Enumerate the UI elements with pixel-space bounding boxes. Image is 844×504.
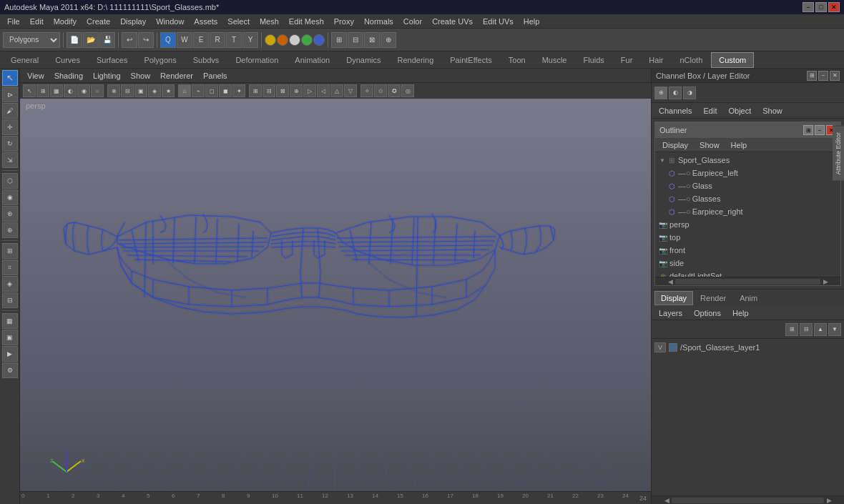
vp-icon-21[interactable]: ▷ xyxy=(303,84,316,97)
menu-edit[interactable]: Edit xyxy=(26,16,48,27)
menu-createuvs[interactable]: Create UVs xyxy=(428,16,477,27)
layers-scroll[interactable]: ◀ ▶ xyxy=(652,495,844,504)
layer-item-glasses[interactable]: V /Sport_Glasses_layer1 xyxy=(652,340,844,355)
tab-curves[interactable]: Curves xyxy=(47,52,88,68)
toolbar-btn-misc1[interactable]: ⊞ xyxy=(331,32,347,48)
tree-item-persp[interactable]: 📷 persp xyxy=(655,218,840,231)
vp-icon-13[interactable]: ⌁ xyxy=(192,84,205,97)
vp-icon-24[interactable]: ▽ xyxy=(344,84,357,97)
outliner-scrollbar[interactable]: ◀ ▶ xyxy=(655,277,840,285)
toolbar-btn-misc2[interactable]: ⊟ xyxy=(348,32,363,48)
vp-icon-18[interactable]: ⊟ xyxy=(262,84,275,97)
outliner-tree[interactable]: ▼ ⊞ Sport_Glasses ⬡ —○ Earpiece_left ⬡ —… xyxy=(655,152,840,277)
tab-fur[interactable]: Fur xyxy=(613,52,641,68)
layers-scroll-left[interactable]: ◀ xyxy=(662,497,672,504)
toolbar-btn-1[interactable]: Q xyxy=(160,32,176,48)
layer-icon-2[interactable]: ⊟ xyxy=(800,323,813,336)
channel-box-minimize[interactable]: − xyxy=(818,71,828,81)
toolbar-btn-5[interactable]: T xyxy=(226,32,242,48)
menu-mesh[interactable]: Mesh xyxy=(255,16,283,27)
ch-icon-2[interactable]: ◐ xyxy=(669,87,682,99)
maximize-button[interactable]: □ xyxy=(815,2,827,12)
tab-dynamics[interactable]: Dynamics xyxy=(338,52,388,68)
layers-list[interactable]: V /Sport_Glasses_layer1 xyxy=(652,339,844,495)
ch-tab-anim[interactable]: Anim xyxy=(733,291,764,305)
tree-item-glass[interactable]: ⬡ —○ Glass xyxy=(655,179,840,192)
tab-general[interactable]: General xyxy=(3,52,46,68)
channel-box-float[interactable]: ⊞ xyxy=(807,71,817,81)
toolbar-btn-new[interactable]: 📄 xyxy=(67,32,82,48)
outliner-minimize[interactable]: − xyxy=(815,125,825,135)
vp-icon-2[interactable]: ⊞ xyxy=(36,84,49,97)
tab-animation[interactable]: Animation xyxy=(287,52,338,68)
tree-item-defaultlightset[interactable]: ⊛ defaultLightSet xyxy=(655,270,840,277)
tab-painteffects[interactable]: PaintEffects xyxy=(442,52,500,68)
tree-item-top[interactable]: 📷 top xyxy=(655,231,840,244)
vp-icon-20[interactable]: ⊕ xyxy=(290,84,303,97)
ch-tab-display[interactable]: Display xyxy=(654,291,693,305)
vp-icon-8[interactable]: ⊟ xyxy=(121,84,134,97)
vp-icon-23[interactable]: △ xyxy=(330,84,343,97)
tab-muscle[interactable]: Muscle xyxy=(534,52,575,68)
tab-surfaces[interactable]: Surfaces xyxy=(89,52,135,68)
toolbar-btn-open[interactable]: 📂 xyxy=(83,32,99,48)
tool-lasso[interactable]: ⊳ xyxy=(2,87,18,102)
layers-scroll-right[interactable]: ▶ xyxy=(824,497,834,504)
vp-menu-view[interactable]: View xyxy=(23,70,49,81)
tree-item-front[interactable]: 📷 front xyxy=(655,244,840,257)
menu-modify[interactable]: Modify xyxy=(49,16,81,27)
render-btn-blue[interactable] xyxy=(313,34,325,46)
vp-icon-17[interactable]: ⊞ xyxy=(249,84,262,97)
workspace-dropdown[interactable]: Polygons xyxy=(3,32,60,48)
vp-icon-22[interactable]: ◁ xyxy=(317,84,330,97)
layer-icon-3[interactable]: ▲ xyxy=(814,323,827,336)
menu-create[interactable]: Create xyxy=(82,16,114,27)
tool-snap-curve[interactable]: ⌗ xyxy=(2,260,18,275)
toolbar-btn-6[interactable]: Y xyxy=(242,32,258,48)
tool-render-region[interactable]: ▦ xyxy=(2,313,18,329)
outliner-scroll-track[interactable] xyxy=(675,279,820,285)
tool-ipr[interactable]: ▣ xyxy=(2,330,18,345)
vp-icon-9[interactable]: ▣ xyxy=(134,84,147,97)
toolbar-btn-save[interactable]: 💾 xyxy=(99,32,115,48)
tool-sculpt[interactable]: ⊛ xyxy=(2,206,18,222)
vp-icon-26[interactable]: ✩ xyxy=(374,84,387,97)
outliner-float[interactable]: ⊞ xyxy=(803,125,813,135)
vp-icon-5[interactable]: ◉ xyxy=(77,84,90,97)
tab-subdvs[interactable]: Subdvs xyxy=(185,52,227,68)
vp-menu-renderer[interactable]: Renderer xyxy=(156,70,197,81)
tool-universal[interactable]: ⬡ xyxy=(2,173,18,189)
tree-item-side[interactable]: 📷 side xyxy=(655,257,840,270)
vp-icon-15[interactable]: ◼ xyxy=(219,84,232,97)
vp-icon-16[interactable]: ✦ xyxy=(232,84,245,97)
tool-scale[interactable]: ⇲ xyxy=(2,152,18,168)
layers-menu-help[interactable]: Help xyxy=(728,307,753,319)
menu-window[interactable]: Window xyxy=(152,16,188,27)
ch-menu-object[interactable]: Object xyxy=(724,105,755,117)
tree-item-earpiece-left[interactable]: ⬡ —○ Earpiece_left xyxy=(655,167,840,179)
outliner-scroll-left[interactable]: ◀ xyxy=(665,278,675,285)
vp-icon-14[interactable]: ◻ xyxy=(205,84,218,97)
tool-select[interactable]: ↖ xyxy=(2,70,18,86)
menu-select[interactable]: Select xyxy=(223,16,254,27)
vp-icon-3[interactable]: ▦ xyxy=(50,84,63,97)
toolbar-btn-undo[interactable]: ↩ xyxy=(122,32,137,48)
expand-icon[interactable]: ▼ xyxy=(658,156,667,164)
vp-icon-28[interactable]: ◎ xyxy=(401,84,414,97)
vp-menu-lighting[interactable]: Lighting xyxy=(89,70,125,81)
ch-menu-channels[interactable]: Channels xyxy=(654,105,696,117)
outl-menu-display[interactable]: Display xyxy=(658,139,692,151)
menu-file[interactable]: File xyxy=(3,16,24,27)
menu-edituvs[interactable]: Edit UVs xyxy=(479,16,518,27)
tool-rotate[interactable]: ↻ xyxy=(2,136,18,152)
channel-box-close[interactable]: ✕ xyxy=(830,71,840,81)
tool-soft-mod[interactable]: ◉ xyxy=(2,189,18,205)
layers-scroll-track[interactable] xyxy=(672,498,824,503)
tab-toon[interactable]: Toon xyxy=(501,52,534,68)
vp-menu-show[interactable]: Show xyxy=(127,70,155,81)
ch-menu-show[interactable]: Show xyxy=(758,105,787,117)
layer-icon-1[interactable]: ⊞ xyxy=(785,323,798,336)
render-btn-orange[interactable] xyxy=(277,34,288,46)
vp-icon-6[interactable]: ○ xyxy=(91,84,104,97)
tool-snap-view[interactable]: ⊟ xyxy=(2,292,18,308)
